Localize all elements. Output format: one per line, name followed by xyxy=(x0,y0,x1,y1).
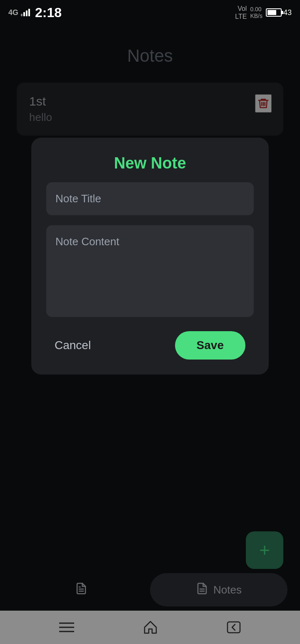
modal-overlay: New Note Cancel Save xyxy=(0,0,300,644)
time-display: 2:18 xyxy=(35,5,62,20)
cancel-button[interactable]: Cancel xyxy=(55,339,91,352)
new-note-modal: New Note Cancel Save xyxy=(31,138,269,375)
note-title-input[interactable] xyxy=(46,182,254,215)
network-speed: 0.00KB/s xyxy=(250,6,262,19)
modal-title: New Note xyxy=(46,154,254,172)
network-type: VolLTE xyxy=(235,5,247,20)
modal-buttons: Cancel Save xyxy=(46,327,254,360)
battery-level: 43 xyxy=(283,8,292,17)
note-content-input[interactable] xyxy=(46,225,254,317)
status-left: 4G 2:18 xyxy=(8,5,62,20)
save-button[interactable]: Save xyxy=(175,331,245,360)
battery-container: 43 xyxy=(266,8,292,17)
carrier-text: 4G xyxy=(8,8,18,17)
status-right: VolLTE 0.00KB/s 43 xyxy=(235,5,292,20)
signal-icon xyxy=(21,9,30,16)
status-bar: 4G 2:18 VolLTE 0.00KB/s 43 xyxy=(0,0,300,25)
battery-icon xyxy=(266,8,282,17)
